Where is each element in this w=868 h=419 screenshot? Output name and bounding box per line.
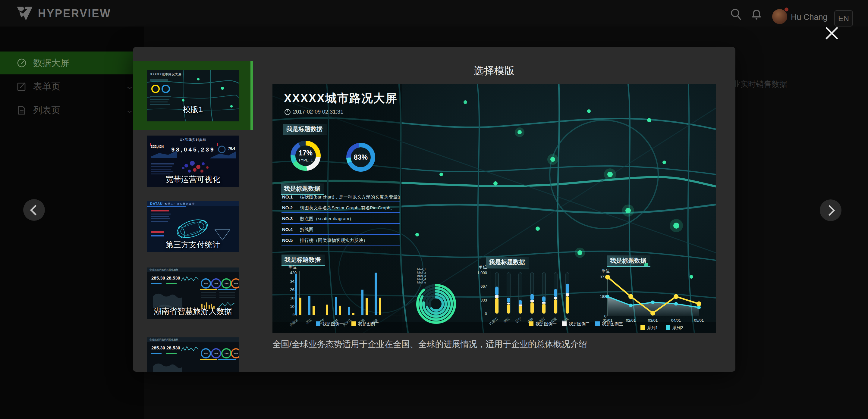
thumb-ring: 29% [221, 348, 231, 358]
template-name: 宽带运营可视化 [133, 174, 253, 185]
hyperview-logo-icon [16, 5, 34, 22]
app-root: HYPERVIEW Hu Chang EN 数据大屏 [0, 0, 868, 419]
template-name: 第三方支付统计 [133, 239, 253, 250]
donut-chart-2: 83% [346, 143, 375, 172]
sidebar-item-form[interactable]: 表单页 ⌄ [0, 75, 144, 98]
thumb-ring: 29% [211, 348, 221, 358]
svg-text:0: 0 [604, 314, 607, 318]
template-item-4[interactable]: 金融投资产品购买转化看板 [133, 258, 253, 324]
sidebar: 数据大屏 表单页 ⌄ 列表页 ⌄ [0, 27, 144, 419]
radial-labels: label_1 label_2 label_3 label_4 label_5 [417, 268, 426, 284]
selected-indicator-bar [250, 61, 253, 130]
template-description: 全国/全球业务态势适用于企业在全国、全球的进展情况，适用于企业的总体概况介绍 [273, 339, 718, 350]
ranking-row: NO.5排行榜（同类事物客观实力反映） [281, 236, 400, 246]
close-icon[interactable] [825, 26, 839, 40]
svg-text:05/01: 05/01 [694, 318, 704, 323]
template-preview: XXXXX城市路况大屏 2017-02-09 02:31:31 我是标题数据 1… [273, 84, 716, 333]
top-bar: HYPERVIEW Hu Chang EN [0, 0, 868, 27]
thumb-title: 智慧工厂运行状态监控 [164, 202, 239, 206]
sidebar-item-label: 列表页 [33, 104, 60, 117]
radial-arc-chart [372, 253, 462, 333]
preview-title: XXXXX城市路况大屏 [284, 91, 398, 106]
template-item-2[interactable]: XX品牌实时舆情 93,045,239 322,424 76.4 宽带运营可视化 [133, 127, 253, 192]
svg-text:02/01: 02/01 [626, 318, 636, 323]
thumb-stat: 285.30 [151, 275, 165, 281]
thumb-stat: 322,424 [151, 144, 164, 149]
thumb-ring: 44% [231, 278, 239, 289]
section-header: 我是标题数据 [283, 124, 327, 135]
chevron-down-icon: ⌄ [125, 106, 134, 115]
donut-value: 17% [299, 149, 313, 157]
gauge-icon [17, 58, 27, 68]
thumb-stat: 28,530 [166, 345, 180, 350]
svg-text:188: 188 [600, 294, 607, 299]
notification-dot [784, 7, 788, 11]
line-chart-legend: 系列1 系列2 [641, 325, 683, 331]
svg-text:内蒙古: 内蒙古 [489, 317, 498, 326]
modal-title: 选择模版 [273, 64, 716, 78]
svg-text:单位: 单位 [601, 268, 610, 273]
svg-text:667: 667 [480, 284, 487, 289]
svg-text:04/01: 04/01 [671, 318, 681, 323]
preview-timestamp: 2017-02-09 02:31:31 [284, 109, 343, 115]
user-name[interactable]: Hu Chang [791, 13, 828, 22]
template-thumbnail[interactable]: 金融投资产品购买转化看板 285.30 28,530 41% 29% [147, 337, 239, 372]
template-item-5[interactable]: 金融投资产品购买转化看板 285.30 28,530 41% 29% [133, 328, 253, 372]
capsule-bar-chart: 单位1,0006673330内蒙古浙江辽宁吉林黑龙江安徽福建 [471, 262, 580, 330]
select-template-modal: 选择模版 [133, 47, 735, 372]
template-list: XXXXX城市路况大屏 模版1 [133, 47, 253, 372]
ranking-row: NO.3散点图（scatter diagram） [281, 214, 400, 224]
donut-label: TYPE_1 [299, 158, 313, 162]
brand-title: HYPERVIEW [38, 7, 111, 20]
donut-chart-1: 17% TYPE_1 [290, 141, 321, 171]
thumb-stat: 76.4 [228, 147, 235, 151]
svg-text:单位: 单位 [478, 264, 487, 269]
clock-icon [284, 109, 290, 115]
thumb-title: XXXXX城市路况大屏 [150, 72, 198, 76]
template-name: 湖南省智慧旅游大数据 [133, 306, 253, 317]
ranking-list: NO.1柱状图(bar chart)，是一种以长方形的长度为变量的表达 NO.2… [281, 192, 400, 247]
svg-text:辽宁: 辽宁 [515, 317, 522, 324]
ranking-row: NO.1柱状图(bar chart)，是一种以长方形的长度为变量的表达 [281, 192, 400, 202]
previous-arrow-button[interactable] [23, 199, 45, 221]
svg-text:浙江: 浙江 [503, 317, 510, 324]
thumb-ring: 29% [221, 278, 231, 289]
avatar[interactable] [772, 9, 787, 24]
template-item-1[interactable]: XXXXX城市路况大屏 模版1 [133, 61, 253, 130]
svg-text:浙江: 浙江 [305, 318, 313, 325]
thumb-ring: 44% [231, 348, 239, 358]
template-item-3[interactable]: DATAU 智慧工厂运行状态监控 第三方支付统计 [133, 192, 253, 257]
thumb-stat: 28,530 [166, 275, 180, 281]
bell-icon[interactable] [751, 8, 762, 21]
sidebar-item-label: 表单页 [33, 80, 60, 93]
line-chart: 单位377188001/0102/0103/0104/0105/01 [592, 260, 712, 331]
document-icon [17, 105, 27, 115]
donut-value: 83% [354, 153, 368, 161]
ranking-row: NO.4折线图 [281, 225, 400, 235]
sidebar-item-list[interactable]: 列表页 ⌄ [0, 99, 144, 122]
svg-text:0: 0 [485, 312, 487, 316]
thumb-ring: 41% [201, 278, 211, 289]
thumb-ring: 29% [211, 278, 221, 289]
ranking-row: NO.2饼图英文学名为Sector Graph, 有名Pie Graph。 [281, 203, 400, 213]
template-name: 模版1 [133, 104, 253, 115]
svg-text:内蒙古: 内蒙古 [289, 318, 299, 327]
bar-chart-legend: 我是图例一 我是图例二 [316, 321, 379, 327]
brand: HYPERVIEW [16, 5, 111, 22]
svg-text:1,000: 1,000 [477, 270, 487, 275]
svg-text:单位: 单位 [288, 264, 297, 269]
thumb-title: XX品牌实时舆情 [147, 138, 239, 142]
language-toggle[interactable]: EN [834, 10, 853, 27]
svg-text:03/01: 03/01 [648, 318, 658, 323]
sidebar-item-dashboard[interactable]: 数据大屏 [0, 52, 144, 74]
thumb-ring: 41% [201, 348, 211, 358]
next-arrow-button[interactable] [820, 199, 841, 221]
search-icon[interactable] [730, 8, 742, 21]
thumb-stat: 285.30 [151, 345, 165, 350]
chevron-down-icon: ⌄ [125, 82, 134, 91]
svg-text:333: 333 [480, 298, 487, 302]
edit-square-icon [17, 82, 27, 91]
sidebar-item-label: 数据大屏 [33, 57, 69, 69]
capsule-chart-legend: 我是图例一 我是图例二 我是图例三 [529, 321, 623, 327]
